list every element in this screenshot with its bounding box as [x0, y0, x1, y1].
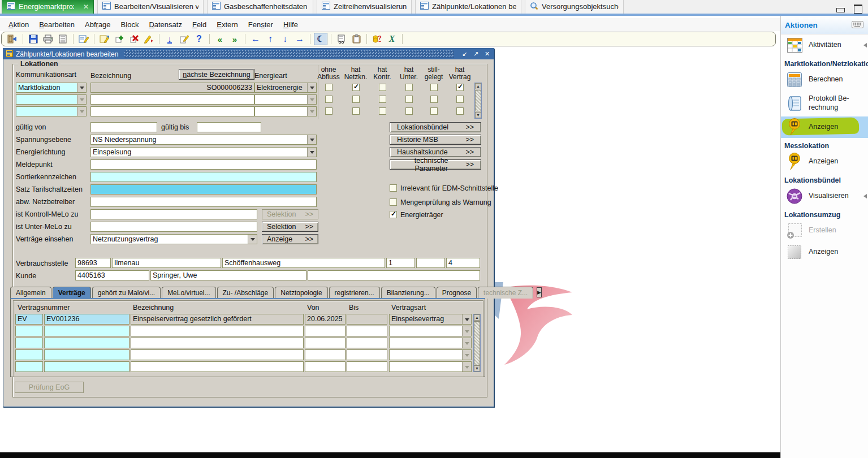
locations-scrollbar[interactable]: ▲▼ [474, 83, 482, 119]
lokationsb-ndel-button[interactable]: Lokationsbündel>> [390, 122, 481, 132]
ist-unter-melo-zu-field[interactable] [90, 222, 257, 232]
app-minimize-button[interactable] [836, 8, 845, 12]
gueltig-von-field[interactable] [90, 122, 157, 132]
detail-tab-melo-virtuel-[interactable]: MeLo/virtuel... [162, 287, 215, 299]
help-icon[interactable]: ? [192, 33, 206, 45]
selektion-button-8[interactable]: Selektion>> [262, 222, 318, 232]
app-tab-2[interactable]: Bearbeiten/Visualisieren vo... [97, 0, 204, 14]
sidebar-item-anzeigen[interactable]: Anzeigen [781, 116, 868, 138]
contracts-scrollbar[interactable]: ▲▼ [473, 314, 481, 372]
detail-tab-technische-z-[interactable]: technische Z... [478, 287, 533, 299]
contract-von-cell[interactable]: 20.06.2025 [305, 314, 346, 325]
flag-checkbox-3-2[interactable] [352, 107, 360, 115]
menu-datensatz[interactable]: Datensatz [144, 19, 187, 30]
detail-tab-vertr-ge[interactable]: Verträge [53, 287, 91, 299]
option-checkbox-1[interactable] [390, 184, 397, 192]
clipboard-icon[interactable] [349, 33, 363, 45]
costs-help-icon[interactable]: ? [370, 33, 384, 45]
contract-von-cell[interactable] [305, 361, 346, 372]
energierichtung-field[interactable]: Einspeisung [90, 147, 317, 157]
app-tab-1[interactable]: Energiemarktprozesse✕ [2, 0, 94, 14]
contract-art-combo[interactable]: Einspeisevertrag [389, 314, 472, 325]
save-icon[interactable] [27, 33, 40, 45]
sidebar-item-aktivit-ten[interactable]: Aktivitäten [781, 34, 868, 56]
contract-art-combo[interactable] [389, 349, 472, 360]
kunde-field-3[interactable] [308, 270, 480, 280]
kommunikationsart-combo-row2[interactable] [16, 94, 87, 105]
combo-arrow-icon[interactable] [307, 107, 316, 116]
contract-von-cell[interactable] [305, 326, 346, 336]
ist-kontroll-melo-zu-field[interactable] [90, 209, 257, 219]
nav-up-icon[interactable]: ↑ [264, 33, 277, 45]
window-title-bar[interactable]: Zählpunkte/Lokationen bearbeiten ↙ ↗ ✕ [3, 49, 494, 59]
verbrauchsstelle-field-6[interactable]: 4 [446, 258, 480, 268]
contract-bis-cell[interactable] [347, 361, 387, 372]
contract-nummer-cell[interactable] [44, 338, 129, 348]
verbrauchsstelle-field-4[interactable]: 1 [386, 258, 415, 268]
menu-aktion[interactable]: Aktion [3, 19, 34, 30]
sidebar-item-anzeigen[interactable]: Anzeigen [781, 151, 868, 172]
detail-tab-bilanzierung-[interactable]: Bilanzierung... [381, 287, 435, 299]
excel-icon[interactable]: X [385, 33, 399, 45]
combo-arrow-icon[interactable] [462, 350, 471, 360]
haushaltskunde-button[interactable]: Haushaltskunde>> [390, 147, 481, 157]
contract-bezeichnung-cell[interactable] [131, 326, 304, 336]
sidebar-item-anzeigen[interactable]: Anzeigen [781, 241, 868, 263]
detail-tab-prognose[interactable]: Prognose [437, 287, 477, 299]
contract-bis-cell[interactable] [347, 338, 387, 348]
contract-bezeichnung-cell[interactable]: Einspeiservertrag gesetzlich gefördert [131, 314, 304, 325]
combo-arrow-icon[interactable] [462, 338, 471, 348]
flag-checkbox-2-2[interactable] [352, 96, 360, 103]
contract-nummer-cell[interactable]: EV001236 [44, 314, 129, 325]
scroll-down-icon[interactable]: ▼ [474, 365, 480, 371]
abw-netzbetreiber-field[interactable] [90, 197, 317, 207]
combo-arrow-icon[interactable] [77, 83, 86, 92]
contract-art-combo[interactable] [389, 326, 472, 336]
combo-arrow-icon[interactable] [462, 362, 471, 371]
option-checkbox-3[interactable] [390, 211, 397, 218]
menu-bearbeiten[interactable]: Bearbeiten [34, 19, 80, 30]
menu-block[interactable]: Block [116, 19, 144, 30]
print-icon[interactable] [41, 33, 55, 45]
night-icon[interactable]: ☾ [314, 33, 327, 45]
anzeige-button-9[interactable]: Anzeige>> [262, 234, 318, 244]
edit-pencil-icon[interactable] [178, 33, 191, 45]
flag-checkbox-2-1[interactable] [325, 96, 332, 103]
contract-typ-cell[interactable] [15, 338, 43, 348]
detail-tabs-scroll-button[interactable]: ▶ [537, 287, 542, 297]
query-pencil-icon[interactable] [142, 33, 156, 45]
app-tab-5[interactable]: Zählpunkte/Lokationen bearb... [415, 0, 521, 14]
menu-extern[interactable]: Extern [211, 19, 243, 30]
sidebar-item-visualisieren[interactable]: Visualisieren [781, 185, 868, 207]
verbrauchsstelle-field-1[interactable]: 98693 [75, 258, 111, 268]
flag-checkbox-1-1[interactable] [325, 84, 332, 91]
option-checkbox-2[interactable] [390, 198, 397, 206]
combo-arrow-icon[interactable] [462, 314, 471, 324]
contract-nummer-cell[interactable] [44, 349, 129, 360]
scroll-down-icon[interactable]: ▼ [475, 112, 481, 118]
scroll-thumb[interactable] [475, 90, 481, 111]
combo-arrow-icon[interactable] [307, 83, 316, 92]
sortierkennzeichen-field[interactable] [90, 172, 317, 182]
energieart-combo-row3[interactable] [254, 106, 317, 116]
app-tab-6[interactable]: Versorgungsobjektsuche [525, 0, 624, 14]
detail-tab-registrieren-[interactable]: registrieren... [329, 287, 380, 299]
query-edit-icon[interactable] [98, 33, 111, 45]
flag-checkbox-2-4[interactable] [405, 96, 413, 103]
block-next-icon[interactable]: » [228, 33, 241, 45]
scroll-up-icon[interactable]: ▲ [475, 83, 481, 89]
keyboard-icon[interactable] [852, 20, 863, 30]
menu-hilfe[interactable]: Hilfe [278, 19, 303, 30]
kunde-field-2[interactable]: Springer, Uwe [150, 270, 306, 280]
menu-feld[interactable]: Feld [187, 19, 211, 30]
bezeichnung-field-row1[interactable]: SO000006233 [90, 83, 254, 93]
nav-right-icon[interactable]: → [293, 33, 306, 45]
nav-left-icon[interactable]: ← [249, 33, 262, 45]
window-restore-icon[interactable]: ↗ [472, 50, 480, 58]
detail-tab-netztopologie[interactable]: Netztopologie [275, 287, 327, 299]
flag-checkbox-2-3[interactable] [379, 96, 386, 103]
record-insert-icon[interactable] [113, 33, 126, 45]
menu-abfrage[interactable]: Abfrage [80, 19, 116, 30]
verbrauchsstelle-field-3[interactable]: Schöffenhausweg [222, 258, 385, 268]
energieart-combo-row2[interactable] [254, 94, 317, 105]
